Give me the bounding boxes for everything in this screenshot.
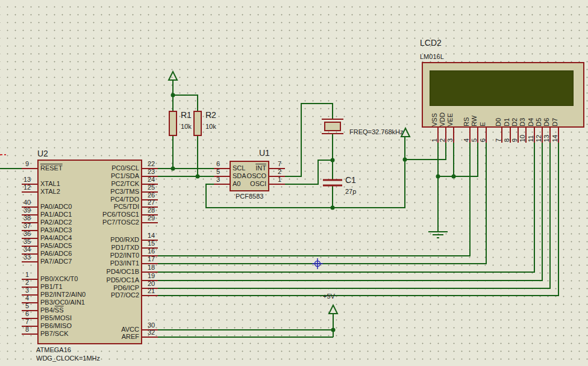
u1-pin-number: 5: [211, 168, 225, 176]
u2-pin-name: PC1/SDA: [58, 172, 139, 180]
lcd-pin-name: E: [479, 122, 487, 126]
lcd-pin-name: VSS: [431, 113, 439, 126]
u2-pin-number: 2: [20, 279, 34, 287]
u1-pin-number: 3: [211, 176, 225, 184]
lcd-pin-name: D2: [511, 118, 519, 126]
u2-pin-number: 8: [20, 326, 34, 333]
u1-part-label: PCF8583: [236, 193, 263, 200]
lcd-pin-number: 13: [543, 135, 551, 142]
u2-pin-number: 25: [143, 184, 159, 191]
u2-pin-name: PC5/TDI: [58, 203, 139, 211]
u2-pin-number: 40: [20, 199, 34, 206]
u2-pin-number: 13: [20, 176, 34, 184]
u1-pin-name: OSCI: [239, 180, 266, 188]
schematic-canvas[interactable]: U2 ATMEGA16 WDG_CLOCK=1MHz U1 PCF8583 LC…: [0, 0, 588, 366]
lcd-pin-number: 6: [479, 138, 487, 142]
u2-pin-name: PC6/TOSC1: [58, 211, 139, 219]
lcd-pin-name: D1: [503, 118, 511, 126]
lcd-pin-number: 8: [503, 138, 511, 142]
u2-pin-number: 22: [143, 160, 159, 168]
u2-pin-name: PC3/TMS: [58, 188, 139, 196]
u2-pin-name: PC7/TOSC2: [58, 219, 139, 226]
lcd-pin-name: VDD: [439, 113, 446, 126]
lcd-pin-number: 1: [431, 138, 439, 142]
u2-pin-number: 39: [20, 206, 34, 214]
u1-ref-label: U1: [259, 149, 270, 158]
lcd-pin-name: D7: [551, 118, 559, 126]
u2-pin-name: PB5/MOSI: [40, 314, 72, 322]
u2-pin-number: 17: [143, 255, 159, 263]
lcd-pin-number: 3: [446, 138, 454, 142]
crystal-component[interactable]: [322, 119, 343, 134]
crystal-freq-label: FREQ=32.768kHz: [349, 128, 404, 136]
u1-pin-number: 2: [273, 168, 286, 176]
u2-pin-name: PB3/OC0/AIN1: [40, 299, 85, 306]
lcd-pin-number: 11: [527, 135, 535, 142]
ground-icon[interactable]: [428, 232, 448, 238]
resistor-r2-body[interactable]: [194, 111, 201, 135]
u2-pin-number: 15: [143, 240, 159, 247]
u2-pin-number: 16: [143, 247, 159, 255]
u2-pin-number: 38: [20, 214, 34, 222]
resistor-r1-body[interactable]: [169, 111, 177, 135]
u2-pin-number: 21: [143, 287, 159, 295]
u2-pin-name: PD0/RXD: [58, 236, 139, 244]
u2-pin-name: PA3/ADC3: [40, 226, 72, 234]
u2-pin-name: PD3/INT1: [58, 259, 139, 267]
lcd-pin-number: 4: [463, 138, 471, 142]
u2-property-label: WDG_CLOCK=1MHz: [36, 355, 100, 362]
u2-pin-number: 37: [20, 222, 34, 230]
u2-pin-number: 35: [20, 238, 34, 246]
r1-value-label: 10k: [181, 123, 192, 131]
lcd-pin-name: RW: [471, 116, 478, 126]
lcd-pin-number: 14: [551, 135, 559, 142]
lcd-pin-name: VEE: [446, 113, 454, 126]
u2-pin-number: 36: [20, 230, 34, 238]
u2-pin-name: PD1/TXD: [58, 244, 139, 252]
c1-value-label: 27p: [345, 188, 356, 196]
u2-pin-number: 24: [143, 176, 159, 184]
u1-pin-name: OSCO: [239, 172, 266, 180]
lcd-part-label: LM016L: [420, 53, 444, 61]
u2-pin-name: PD5/OC1A: [58, 276, 139, 284]
u2-pin-name: PD2/INT0: [58, 252, 139, 259]
u2-pin-name: PD4/OC1B: [58, 268, 139, 276]
lcd-pin-name: RS: [463, 117, 471, 126]
lcd-pin-number: 7: [495, 138, 502, 142]
u2-pin-number: 3: [20, 287, 34, 294]
u2-pin-number: 32: [143, 329, 159, 337]
u2-pin-number: 29: [143, 214, 159, 222]
u2-ref-label: U2: [37, 149, 48, 158]
u2-pin-number: 12: [20, 184, 34, 191]
u2-pin-number: 28: [143, 206, 159, 214]
lcd-pin-number: 10: [519, 135, 527, 142]
u2-pin-number: 4: [20, 294, 34, 302]
u1-pin-number: 7: [273, 160, 286, 168]
u2-pin-number: 14: [143, 232, 159, 240]
u2-pin-number: 1: [20, 271, 34, 279]
u1-pin-number: 6: [211, 160, 225, 168]
r2-ref-label: R2: [205, 111, 216, 120]
power-arrow-icons[interactable]: [169, 72, 410, 314]
lcd-pin-name: D0: [495, 118, 502, 126]
plus5v-label: +5V: [323, 293, 335, 300]
u2-pin-name: AREF: [58, 333, 139, 341]
u2-pin-number: 27: [143, 199, 159, 206]
lcd-ref-label: LCD2: [420, 39, 442, 48]
lcd-pin-name: D5: [535, 118, 543, 126]
r2-value-label: 10k: [205, 123, 216, 131]
u2-part-label: ATMEGA16: [36, 346, 71, 354]
u1-pin-name: INT: [239, 164, 266, 172]
r1-ref-label: R1: [181, 111, 192, 120]
u2-pin-name: PB4/SS: [40, 306, 64, 314]
lcd-pin-name: D3: [519, 118, 527, 126]
u2-pin-name: PD7/OC2: [58, 291, 139, 299]
u2-pin-number: 6: [20, 310, 34, 318]
u2-pin-number: 33: [20, 253, 34, 261]
u2-pin-name: XTAL2: [40, 188, 60, 196]
u2-pin-name: PC2/TCK: [58, 180, 139, 188]
u1-pin-number: 1: [273, 176, 286, 184]
u2-pin-number: 18: [143, 264, 159, 271]
u2-pin-number: 7: [20, 318, 34, 326]
capacitor-c1-component[interactable]: [323, 180, 342, 185]
